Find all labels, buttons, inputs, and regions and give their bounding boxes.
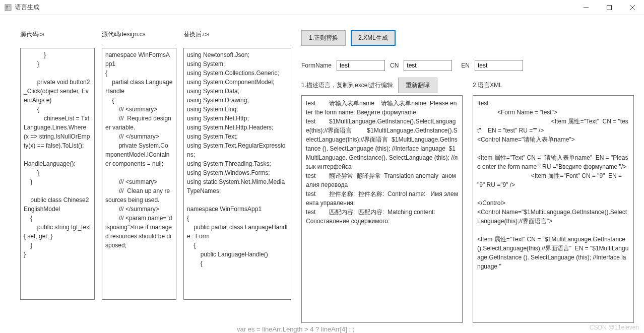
en-label: EN	[461, 62, 470, 69]
retranslate-button[interactable]: 重新翻译	[398, 78, 437, 93]
svg-rect-3	[6, 8, 8, 10]
titlebar: 语言生成	[0, 0, 644, 15]
content-area: 源代码cs 源代码design.cs 替换后.cs 1.正则替换 2.XML生成…	[0, 15, 644, 333]
design-cs-textbox[interactable]	[102, 48, 176, 300]
watermark: CSDN @11eleven	[590, 324, 639, 331]
language-xml-label: 2.语言XML	[473, 81, 502, 90]
minimize-button[interactable]	[574, 0, 598, 15]
source-cs-label: 源代码cs	[20, 30, 95, 39]
close-button[interactable]	[621, 0, 644, 15]
window-controls	[574, 0, 644, 15]
en-input[interactable]	[475, 60, 523, 71]
background-text: var es = lineArr.Length > 4 ? lineArr[4]…	[237, 325, 354, 333]
svg-rect-5	[607, 6, 612, 10]
cn-input[interactable]	[404, 60, 452, 71]
source-cs-textbox[interactable]	[20, 48, 95, 300]
cn-label: CN	[390, 62, 399, 69]
design-cs-label: 源代码design.cs	[102, 30, 176, 39]
xml-generate-button[interactable]: 2.XML生成	[351, 30, 396, 46]
replaced-cs-label: 替换后.cs	[183, 30, 291, 39]
language-xml-textbox[interactable]	[473, 95, 634, 323]
app-icon	[4, 4, 12, 12]
formname-label: FormName	[301, 62, 332, 69]
svg-rect-2	[9, 6, 10, 7]
formname-input[interactable]	[337, 60, 385, 71]
desc-language-textbox[interactable]	[301, 95, 463, 323]
desc-language-label: 1.描述语言，复制到excel进行编辑	[301, 81, 393, 90]
svg-rect-1	[6, 6, 8, 8]
regex-replace-button[interactable]: 1.正则替换	[301, 30, 346, 46]
replaced-cs-textbox[interactable]	[183, 48, 291, 300]
window-title: 语言生成	[15, 3, 39, 12]
maximize-button[interactable]	[598, 0, 621, 15]
